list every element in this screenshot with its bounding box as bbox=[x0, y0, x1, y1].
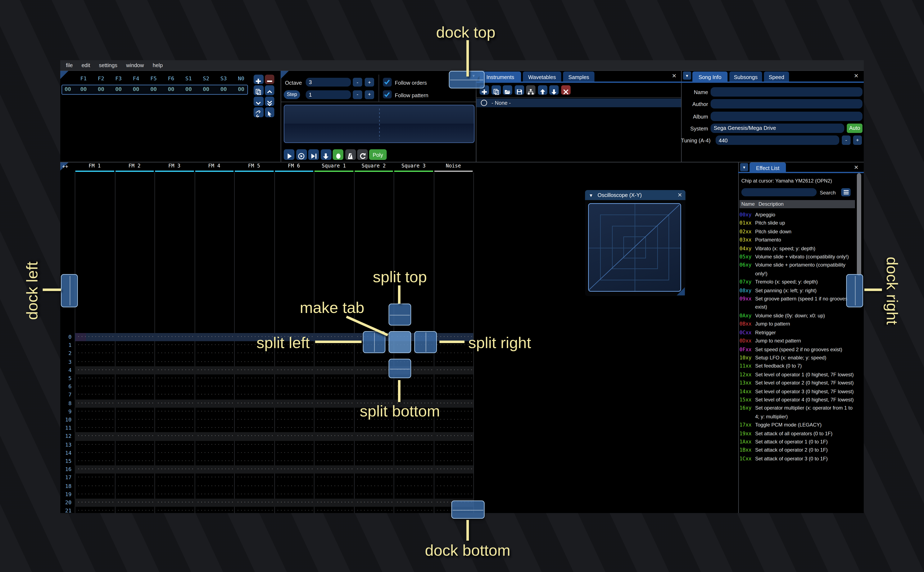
follow-orders-checkbox[interactable] bbox=[383, 78, 391, 86]
pattern-cell[interactable]: ··········· bbox=[434, 391, 473, 399]
pattern-cell[interactable]: ··········· bbox=[354, 507, 393, 513]
pattern-cell[interactable]: ··········· bbox=[275, 407, 314, 416]
orders-cell[interactable]: 00 bbox=[162, 86, 180, 92]
pattern-cell[interactable]: ··········· bbox=[75, 358, 114, 366]
pattern-cell[interactable]: ··········· bbox=[155, 432, 194, 441]
instruments-duplicate-button[interactable] bbox=[491, 85, 501, 95]
pattern-cell[interactable]: ··········· bbox=[115, 366, 154, 375]
pattern-cell[interactable]: ··········· bbox=[235, 441, 274, 449]
pattern-cell[interactable]: ··········· bbox=[394, 466, 433, 474]
effect-col-description[interactable]: Description bbox=[759, 200, 784, 208]
pattern-cell[interactable]: ··········· bbox=[195, 424, 234, 432]
pattern-cell[interactable]: ··········· bbox=[155, 441, 194, 449]
pattern-cell[interactable]: ··········· bbox=[354, 366, 393, 375]
pattern-cell[interactable]: ··········· bbox=[235, 466, 274, 474]
system-field[interactable]: Sega Genesis/Mega Drive bbox=[711, 124, 844, 133]
tuning-plus-button[interactable]: + bbox=[853, 136, 862, 145]
instruments-save-button[interactable] bbox=[514, 85, 524, 95]
tab-subsongs[interactable]: Subsongs bbox=[729, 72, 762, 82]
pattern-add-channels-button[interactable]: ++ bbox=[62, 164, 68, 169]
pattern-cell[interactable]: ··········· bbox=[155, 482, 194, 490]
pattern-cell[interactable]: ··········· bbox=[115, 499, 154, 507]
oscilloscope-window[interactable]: ▼ Oscilloscope (X-Y) ✕ bbox=[585, 190, 686, 296]
pattern-cell[interactable]: ··········· bbox=[315, 482, 354, 490]
pattern-cell[interactable]: ··········· bbox=[75, 482, 114, 490]
pattern-cell[interactable]: ··········· bbox=[195, 490, 234, 499]
pattern-cell[interactable]: ··········· bbox=[75, 341, 114, 350]
effect-entry[interactable]: 02xxPitch slide down bbox=[739, 227, 856, 236]
tab-song-info[interactable]: Song Info bbox=[692, 72, 728, 82]
effect-entry[interactable]: 15xxSet level of operator 4 (0 highest, … bbox=[739, 396, 856, 404]
pattern-cell[interactable]: ··········· bbox=[115, 482, 154, 490]
pattern-cell[interactable]: ··········· bbox=[275, 457, 314, 466]
pattern-cell[interactable]: ··········· bbox=[275, 391, 314, 399]
orders-cell[interactable]: 00 bbox=[215, 86, 232, 92]
pattern-cell[interactable]: ··········· bbox=[115, 350, 154, 358]
tuning-minus-button[interactable]: - bbox=[842, 136, 851, 145]
pattern-cell[interactable]: ··········· bbox=[115, 441, 154, 449]
pattern-cell[interactable]: ··········· bbox=[195, 432, 234, 441]
close-icon[interactable]: ✕ bbox=[852, 72, 860, 80]
effect-entry[interactable]: 08xySet panning (x: left; y: right) bbox=[739, 286, 856, 295]
pattern-cell[interactable]: ··········· bbox=[235, 358, 274, 366]
transport-record-button[interactable] bbox=[333, 149, 343, 160]
pattern-cell[interactable]: ··········· bbox=[75, 399, 114, 408]
tab-instruments[interactable]: Instruments bbox=[480, 72, 521, 82]
pattern-cell[interactable]: ··········· bbox=[354, 466, 393, 474]
pattern-cell[interactable]: ··········· bbox=[195, 383, 234, 391]
pattern-cell[interactable]: ··········· bbox=[195, 407, 234, 416]
pattern-cell[interactable]: ··········· bbox=[235, 499, 274, 507]
step-minus-button[interactable]: - bbox=[353, 90, 362, 99]
pattern-cell[interactable]: ··········· bbox=[155, 457, 194, 466]
pattern-cell[interactable]: ··········· bbox=[354, 383, 393, 391]
effect-entry[interactable]: 0BxxJump to pattern bbox=[739, 320, 856, 328]
pattern-cell[interactable]: ··········· bbox=[155, 358, 194, 366]
orders-cell[interactable]: 00 bbox=[92, 86, 110, 92]
effect-entry[interactable]: 1BxxSet attack of operator 2 (0 to 1F) bbox=[739, 446, 856, 454]
pattern-cell[interactable]: ··········· bbox=[155, 449, 194, 457]
pattern-cell[interactable]: ··········· bbox=[434, 441, 473, 449]
pattern-cell[interactable]: ··········· bbox=[155, 399, 194, 408]
effect-entry[interactable]: 14xxSet level of operator 3 (0 highest, … bbox=[739, 387, 856, 396]
pattern-cell[interactable]: ··········· bbox=[75, 441, 114, 449]
channel-header-fm-2[interactable]: FM 2 bbox=[115, 163, 154, 171]
pattern-cell[interactable]: ··········· bbox=[275, 366, 314, 375]
pattern-cell[interactable]: ··········· bbox=[155, 375, 194, 383]
pattern-cell[interactable]: ··········· bbox=[315, 391, 354, 399]
instrument-list-item[interactable]: - None - bbox=[477, 98, 681, 107]
menu-item-window[interactable]: window bbox=[126, 62, 144, 68]
pattern-cell[interactable]: ··········· bbox=[155, 333, 194, 341]
pattern-cell[interactable]: ··········· bbox=[195, 416, 234, 424]
hamburger-menu-button[interactable] bbox=[841, 188, 851, 196]
effect-entry[interactable]: 04xyVibrato (x: speed; y: depth) bbox=[739, 244, 856, 253]
channel-header-square-2[interactable]: Square 2 bbox=[354, 163, 394, 171]
close-icon[interactable]: ✕ bbox=[670, 72, 678, 80]
pattern-cell[interactable]: ··········· bbox=[394, 507, 433, 513]
pattern-cell[interactable]: ··········· bbox=[155, 507, 194, 513]
pattern-cell[interactable]: ··········· bbox=[75, 407, 114, 416]
channel-header-fm-4[interactable]: FM 4 bbox=[195, 163, 234, 171]
pattern-cell[interactable]: ··········· bbox=[195, 474, 234, 482]
pattern-cell[interactable]: ··········· bbox=[235, 507, 274, 513]
menu-item-file[interactable]: file bbox=[66, 62, 73, 68]
effect-entry[interactable]: 11xxSet feedback (0 to 7) bbox=[739, 362, 856, 370]
effect-table-header[interactable]: Name Description bbox=[739, 200, 855, 208]
poly-toggle-button[interactable]: Poly bbox=[369, 149, 387, 160]
effect-entry[interactable]: 05xyVolume slide + vibrato (compatibilit… bbox=[739, 253, 856, 261]
transport-arrow-down-button[interactable] bbox=[321, 149, 331, 160]
pattern-cell[interactable]: ··········· bbox=[195, 457, 234, 466]
effect-entry[interactable]: 12xxSet level of operator 1 (0 highest, … bbox=[739, 370, 856, 379]
pattern-cell[interactable]: ··········· bbox=[155, 424, 194, 432]
pattern-cell[interactable]: ··········· bbox=[434, 449, 473, 457]
effect-list[interactable]: 00xyArpeggio01xxPitch slide up02xxPitch … bbox=[739, 211, 856, 513]
pattern-cell[interactable]: ··········· bbox=[315, 375, 354, 383]
effect-entry[interactable]: 06xyVolume slide + portamento (compatibi… bbox=[739, 261, 856, 278]
orders-duplicate-button[interactable] bbox=[254, 85, 263, 95]
pattern-cell[interactable]: ··········· bbox=[115, 424, 154, 432]
instruments-arrow-up-button[interactable] bbox=[538, 85, 547, 95]
pattern-cell[interactable]: ··········· bbox=[394, 482, 433, 490]
pattern-cell[interactable]: ··········· bbox=[115, 449, 154, 457]
pattern-cell[interactable]: ··········· bbox=[275, 449, 314, 457]
resize-grip[interactable] bbox=[677, 287, 685, 295]
menu-item-help[interactable]: help bbox=[153, 62, 163, 68]
